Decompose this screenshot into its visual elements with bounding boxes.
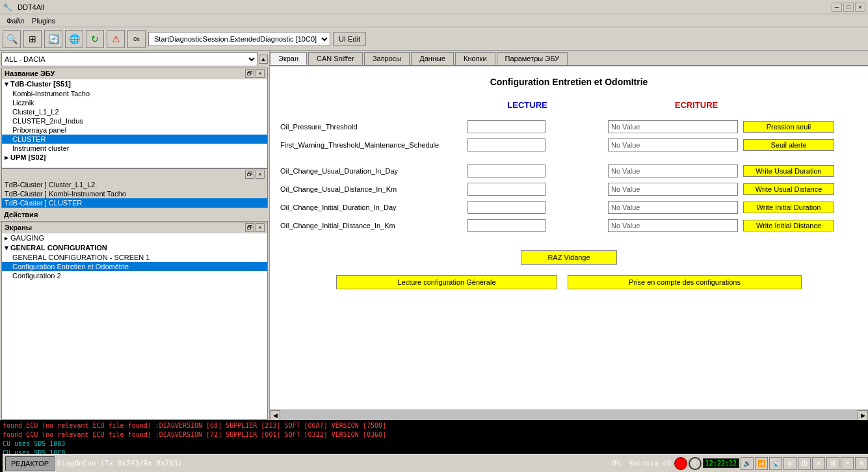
right-panel: Экран CAN Sniffer Запросы Данные Кнопки … — [270, 51, 868, 420]
tree-panel-header: Название ЭБУ 🗗 × — [2, 68, 267, 79]
pct-info: 0% — [607, 459, 625, 467]
screens-item-config2[interactable]: Configuration 2 — [2, 271, 267, 280]
breadcrumb-header: 🗗 × — [2, 169, 267, 180]
tab-zaprosy[interactable]: Запросы — [364, 52, 410, 65]
label-oil-pressure: Oil_Pressure_Threshold — [280, 123, 462, 131]
tree-close-btn[interactable]: × — [256, 69, 265, 78]
tree-item-upm[interactable]: ▸ UPM [S02] — [2, 153, 267, 163]
toolbar-btn-hex[interactable]: 0x — [127, 30, 146, 48]
write-initial-duration-btn[interactable]: Write Initial Duration — [743, 202, 834, 213]
tab-parametry[interactable]: Параметры ЭБУ — [497, 52, 568, 65]
tab-knopki[interactable]: Кнопки — [455, 52, 495, 65]
tree-item-cluster[interactable]: CLUSTER — [2, 135, 267, 144]
tree-item-licznik[interactable]: Licznik — [2, 98, 267, 107]
row-initial-duration: Oil_Change_Initial_Duration_In_Day Write… — [280, 201, 858, 214]
close-sys-icon[interactable]: × — [812, 457, 825, 470]
tab-ecran[interactable]: Экран — [270, 52, 307, 65]
clock-icon: ⏱ — [689, 457, 702, 470]
write-oil-pressure-value[interactable] — [608, 120, 738, 133]
ecu-scroll-up[interactable]: ▲ — [259, 55, 268, 64]
screens-controls: 🗗 × — [245, 223, 265, 232]
bottom-buttons: Lecture configuration Générale Prise en … — [280, 275, 858, 289]
screens-restore-btn[interactable]: 🗗 — [245, 223, 254, 232]
screens-item-entretien[interactable]: Configuration Entretien et Odométrie — [2, 262, 267, 271]
menu-file[interactable]: Файл — [3, 16, 28, 26]
left-panel: ALL - DACIA ▲ Название ЭБУ 🗗 × ▾ TdB-Clu… — [0, 51, 270, 420]
read-usual-distance[interactable] — [467, 183, 546, 196]
tree-item-tdb[interactable]: ▾ TdB-Cluster [S51] — [2, 79, 267, 89]
write-initial-distance-value[interactable] — [608, 219, 738, 232]
breadcrumb-restore-btn[interactable]: 🗗 — [245, 170, 254, 179]
toolbar-btn-globe[interactable]: 🌐 — [65, 30, 83, 48]
tree-item-cluster-l1l2[interactable]: Cluster_L1_L2 — [2, 107, 267, 116]
breadcrumb-close-btn[interactable]: × — [256, 170, 265, 179]
tab-dannye[interactable]: Данные — [411, 52, 454, 65]
write-initial-distance-btn[interactable]: Write Initial Distance — [743, 220, 834, 231]
tab-can-sniffer[interactable]: CAN Sniffer — [308, 52, 363, 65]
write-usual-distance-value[interactable] — [608, 183, 738, 196]
breadcrumb-controls: 🗗 × — [245, 170, 265, 179]
label-initial-duration: Oil_Change_Initial_Duration_In_Day — [280, 203, 462, 211]
breadcrumb-item-1[interactable]: TdB-Cluster ] Kombi-Instrument Tacho — [2, 189, 267, 198]
h-scroll-left[interactable]: ◀ — [270, 410, 280, 421]
read-oil-pressure[interactable] — [467, 120, 546, 133]
prise-compte-btn[interactable]: Prise en compte des configurations — [568, 275, 802, 289]
minimize-button[interactable]: ─ — [832, 3, 842, 12]
screens-item-general-config[interactable]: ▾ GENERAL CONFIGURATION — [2, 243, 267, 253]
close-button[interactable]: × — [855, 3, 865, 12]
volume-icon[interactable]: 🔊 — [741, 457, 754, 470]
read-first-warning[interactable] — [467, 138, 546, 151]
ecu-tree: ▾ TdB-Cluster [S51] Kombi-Instrument Tac… — [2, 79, 267, 168]
tree-item-kombi[interactable]: Kombi-Instrument Tacho — [2, 89, 267, 98]
write-first-warning-btn[interactable]: Seuil alerte — [743, 139, 834, 151]
read-initial-duration[interactable] — [467, 201, 546, 214]
actions-title: Действия — [4, 211, 38, 218]
separator-1 — [280, 157, 858, 164]
menu-plugins[interactable]: Plugins — [28, 16, 59, 26]
write-usual-distance-btn[interactable]: Write Usual Distance — [743, 183, 834, 195]
read-initial-distance[interactable] — [467, 219, 546, 232]
session-combo[interactable]: StartDiagnosticSession.ExtendedDiagnosti… — [148, 32, 330, 46]
raz-container: RAZ Vidange — [280, 250, 858, 265]
raz-vidange-btn[interactable]: RAZ Vidange — [521, 250, 616, 265]
read-usual-duration[interactable] — [467, 164, 546, 177]
diag-info: DiagOnCan (Tx 0x743/Rx 0x763) — [57, 459, 604, 467]
settings-icon[interactable]: ⚙ — [783, 457, 796, 470]
maximize-button[interactable]: □ — [843, 3, 854, 12]
screens-item-screen1[interactable]: GENERAL CONFIGURATION - SCREEN 1 — [2, 253, 267, 262]
tree-restore-btn[interactable]: 🗗 — [245, 69, 254, 78]
toolbar-btn-alert[interactable]: ⚠ — [107, 30, 125, 48]
digit-display: 12:22:12 — [703, 458, 739, 468]
toolbar-btn-2[interactable]: ⊞ — [23, 30, 42, 48]
power-icon[interactable]: ⏻ — [798, 457, 811, 470]
lecture-config-btn[interactable]: Lecture configuration Générale — [336, 275, 557, 289]
tabs-bar: Экран CAN Sniffer Запросы Данные Кнопки … — [270, 51, 868, 66]
toolbar-btn-1[interactable]: 🔍 — [3, 30, 21, 48]
toolbar-btn-refresh[interactable]: ↻ — [86, 30, 104, 48]
config-title: Configuration Entretien et OdomItrie — [280, 77, 858, 87]
freq-label: Частота об — [629, 459, 672, 467]
tree-item-instrument[interactable]: Instrument cluster — [2, 144, 267, 153]
write-first-warning-value[interactable] — [608, 138, 738, 151]
h-scroll-right[interactable]: ▶ — [858, 410, 868, 421]
signal-icon: 📶 — [755, 457, 768, 470]
h-scroll-track[interactable] — [280, 410, 858, 420]
screens-item-gauging[interactable]: ▸ GAUGING — [2, 233, 267, 243]
status-line-2: CU uses SDS 1003 — [3, 439, 865, 449]
ecu-dropdown[interactable]: ALL - DACIA — [1, 52, 257, 66]
screens-close-btn[interactable]: × — [256, 223, 265, 232]
ui-edit-button[interactable]: UI Edit — [333, 32, 366, 46]
editor-button[interactable]: РЕДАКТОР — [5, 456, 55, 471]
write-usual-duration-btn[interactable]: Write Usual Duration — [743, 165, 834, 177]
breadcrumb-item-2[interactable]: TdB-Cluster ] CLUSTER — [2, 198, 267, 207]
write-initial-duration-value[interactable] — [608, 201, 738, 214]
write-oil-pressure-btn[interactable]: Pression seuil — [743, 121, 834, 133]
write-usual-duration-value[interactable] — [608, 164, 738, 177]
menu-bar: Файл Plugins — [0, 14, 868, 27]
tree-header-label: Название ЭБУ — [5, 70, 55, 77]
spacer — [280, 237, 858, 250]
tree-item-cluster-2nd[interactable]: CLUSTER_2nd_Indus — [2, 116, 267, 125]
tree-item-pribornaya[interactable]: Pribornaya panel — [2, 125, 267, 135]
breadcrumb-item-0[interactable]: TdB-Cluster ] Cluster_L1_L2 — [2, 180, 267, 189]
toolbar-btn-3[interactable]: 🔄 — [44, 30, 62, 48]
